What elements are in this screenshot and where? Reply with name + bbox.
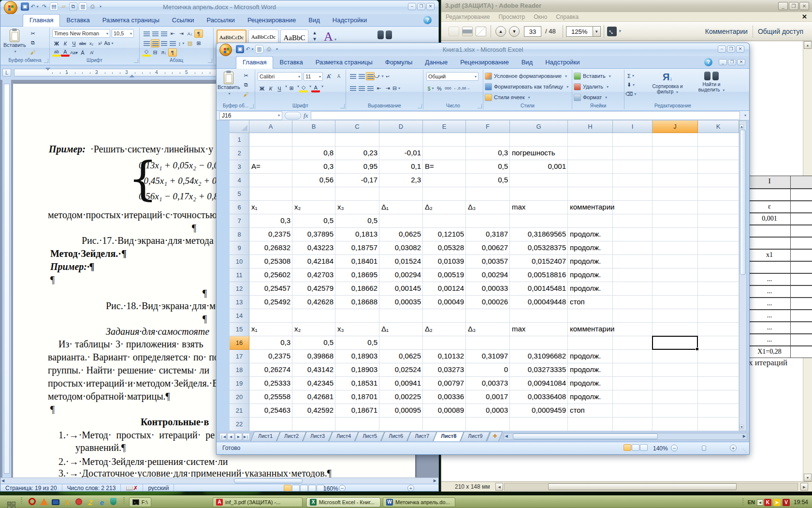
scrollbar-thumb[interactable] xyxy=(234,478,303,483)
decrease-indent-icon[interactable]: ⇤ xyxy=(168,30,177,38)
display-icon[interactable] xyxy=(50,497,61,508)
cell-D15[interactable]: Δ₁ xyxy=(379,323,423,336)
page-break-view-icon[interactable] xyxy=(640,444,648,451)
font-color-icon[interactable]: А xyxy=(311,84,320,92)
tab-selector-icon[interactable]: L xyxy=(2,69,11,76)
adobe-menu-Просмотр[interactable]: Просмотр xyxy=(494,12,529,22)
scrollbar-thumb[interactable] xyxy=(513,433,658,439)
cell-G12[interactable]: 0,00145481 xyxy=(510,282,568,296)
excel-titlebar[interactable]: ▣ ↶▾ ▥ ⎙ ▾ Книга1.xlsx - Microsoft Excel… xyxy=(217,43,749,57)
close-button[interactable]: ✕ xyxy=(736,45,744,53)
cell-B7[interactable]: 0,5 xyxy=(292,214,335,228)
cell-H10[interactable]: продолж. xyxy=(568,255,613,269)
grid-borders-icon[interactable]: ⊟ xyxy=(151,48,160,57)
excel-tab-Разметка страницы[interactable]: Разметка страницы xyxy=(309,57,379,69)
paste-button[interactable]: Вставить▾ xyxy=(3,30,26,54)
align-right-icon[interactable] xyxy=(160,39,168,47)
drive-window-button[interactable]: ›_ F:\ xyxy=(129,497,151,507)
underline-button[interactable]: Ч xyxy=(275,84,284,92)
indent-marker-icon[interactable] xyxy=(45,68,50,71)
column-header-D[interactable]: D xyxy=(379,120,423,133)
internet-explorer-icon[interactable]: e xyxy=(97,497,107,508)
word-tab-Надстройки[interactable]: Надстройки xyxy=(326,15,373,27)
close-button[interactable]: ✕ xyxy=(799,2,809,10)
scroll-right-icon[interactable]: ▶ xyxy=(800,483,808,491)
cell-H17[interactable]: продолж. xyxy=(568,350,613,363)
cell-B20[interactable]: 0,42681 xyxy=(292,390,335,404)
justify-icon[interactable] xyxy=(168,39,177,47)
cell-E18[interactable]: 0,03273 xyxy=(423,363,466,377)
numbering-icon[interactable] xyxy=(151,30,160,38)
more-tools-icon[interactable]: ▼ xyxy=(618,29,622,33)
cell-D10[interactable]: 0,01524 xyxy=(379,255,423,269)
word-tab-Вставка[interactable]: Вставка xyxy=(60,15,96,27)
bold-button[interactable]: Ж xyxy=(52,39,61,47)
cell-A19[interactable]: 0,25333 xyxy=(249,377,292,390)
spellcheck-icon[interactable]: 📖✗ xyxy=(121,484,143,492)
cell-B21[interactable]: 0,42592 xyxy=(292,404,335,418)
antivirus-icon[interactable]: K xyxy=(764,499,771,506)
align-center-icon[interactable] xyxy=(151,39,160,47)
fx-icon[interactable]: fx xyxy=(304,112,308,120)
cell-D21[interactable]: 0,00095 xyxy=(379,404,423,418)
cell-F11[interactable]: 0,00294 xyxy=(466,269,510,282)
word-tab-Разметка страницы[interactable]: Разметка страницы xyxy=(96,15,166,27)
cell-H18[interactable]: продолж. xyxy=(568,363,613,377)
excel-tab-Рецензирование[interactable]: Рецензирование xyxy=(454,57,515,69)
row-header-13[interactable]: 13 xyxy=(230,296,249,309)
outline-view-icon[interactable] xyxy=(308,485,316,492)
scrollbar-thumb[interactable] xyxy=(548,483,737,490)
workbook-minimize-icon[interactable]: _ xyxy=(719,59,727,65)
cell-C11[interactable]: 0,18695 xyxy=(335,269,379,282)
insert-cells-button[interactable]: Вставить▾ xyxy=(572,71,624,81)
row-header-8[interactable]: 8 xyxy=(230,228,249,241)
column-header-I[interactable]: I xyxy=(613,120,652,133)
page-layout-view-icon[interactable] xyxy=(632,444,639,451)
taskbar-button-excel[interactable]: XMicrosoft Excel - Книг... xyxy=(306,497,380,507)
adobe-menu-Окно[interactable]: Окно xyxy=(529,12,551,22)
borders-icon[interactable]: ⊞ xyxy=(287,84,296,92)
cell-A17[interactable]: 0,2375 xyxy=(249,350,292,363)
cell-H6[interactable]: комментарии xyxy=(568,201,613,214)
cell-D18[interactable]: 0,02524 xyxy=(379,363,423,377)
excel-tab-Главная[interactable]: Главная xyxy=(236,56,273,69)
cell-F6[interactable]: Δ₃ xyxy=(466,201,510,214)
row-header-5[interactable]: 5 xyxy=(230,187,249,201)
cell-F3[interactable]: 0,5 xyxy=(466,160,510,174)
page-indicator[interactable]: Страница: 19 из 20 xyxy=(0,484,62,492)
pilcrow-icon[interactable]: ¶ xyxy=(168,48,177,57)
cell-H9[interactable]: продолж. xyxy=(568,241,613,255)
taskbar-button-pdf[interactable]: Ainf_3.pdf (ЗАЩИТА) -... xyxy=(213,497,303,507)
cut-icon[interactable]: ✂ xyxy=(242,72,250,80)
zoom-slider-thumb[interactable] xyxy=(702,446,706,451)
column-header-A[interactable]: A xyxy=(249,120,292,133)
cell-E8[interactable]: 0,12105 xyxy=(423,228,466,241)
font-color-icon[interactable]: А xyxy=(61,48,70,57)
format-cells-button[interactable]: Формат▾ xyxy=(572,92,624,103)
sheet-tab-6[interactable]: Лист6 xyxy=(383,432,409,441)
cell-D9[interactable]: 0,03082 xyxy=(379,241,423,255)
font-size-select[interactable]: 11▾ xyxy=(304,72,323,81)
sort-az-icon[interactable]: Я↓ xyxy=(160,48,168,57)
formula-input[interactable] xyxy=(311,111,740,120)
change-styles-icon[interactable]: A▾ xyxy=(321,30,339,44)
zoom-in-icon[interactable]: + xyxy=(730,445,737,451)
cell-A3[interactable]: А= xyxy=(249,160,292,174)
normal-view-icon[interactable] xyxy=(624,444,631,451)
cell-F12[interactable]: 0,00033 xyxy=(466,282,510,296)
print-layout-view-icon[interactable] xyxy=(284,485,291,492)
excel-tab-Формулы[interactable]: Формулы xyxy=(379,57,419,69)
change-case-icon[interactable]: Aa▾ xyxy=(104,39,113,47)
select-all-corner[interactable] xyxy=(230,120,249,133)
adobe-menu-Справка[interactable]: Справка xyxy=(551,12,583,22)
delete-cells-button[interactable]: Удалить▾ xyxy=(572,81,624,92)
cell-E6[interactable]: Δ₂ xyxy=(423,201,466,214)
align-right-icon[interactable] xyxy=(366,84,375,92)
row-header-15[interactable]: 15 xyxy=(230,323,249,336)
cell-F17[interactable]: 0,31097 xyxy=(466,350,510,363)
clear-icon[interactable]: ⌫▾ xyxy=(626,90,635,98)
print-icon[interactable] xyxy=(462,27,473,36)
excel-tab-Данные[interactable]: Данные xyxy=(419,57,454,69)
shrink-font-icon[interactable]: Aa▾ xyxy=(70,48,78,57)
bullets-icon[interactable] xyxy=(142,30,151,38)
